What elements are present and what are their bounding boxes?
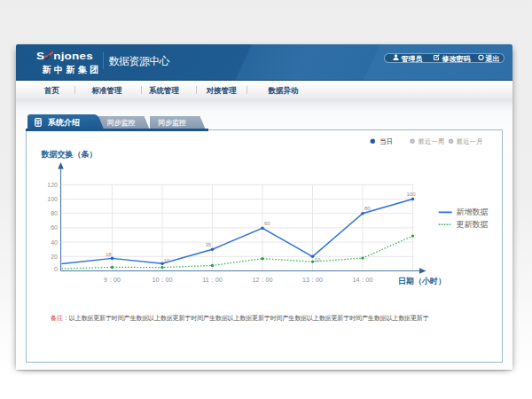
svg-text:100: 100 [406, 192, 416, 197]
svg-text:最近一周: 最近一周 [418, 137, 444, 145]
svg-text:11：00: 11：00 [202, 276, 223, 284]
svg-text:80: 80 [364, 206, 371, 211]
svg-text:14：00: 14：00 [352, 276, 372, 284]
svg-text:100: 100 [47, 196, 58, 202]
svg-text:最近一月: 最近一月 [456, 137, 482, 145]
svg-text:当日: 当日 [379, 137, 393, 145]
svg-text:10: 10 [314, 257, 320, 262]
svg-text:数据交换（条）: 数据交换（条） [40, 149, 97, 158]
svg-text:更新数据: 更新数据 [456, 220, 488, 229]
svg-text:0: 0 [54, 266, 58, 272]
svg-text:12：00: 12：00 [252, 276, 272, 284]
svg-text:80: 80 [51, 210, 58, 216]
svg-text:18: 18 [106, 251, 112, 256]
svg-text:10: 10 [163, 257, 169, 262]
svg-text:10：00: 10：00 [152, 276, 172, 284]
svg-text:40: 40 [51, 239, 58, 245]
svg-text:9：00: 9：00 [103, 276, 120, 284]
svg-text:120: 120 [47, 182, 58, 188]
svg-text:35: 35 [205, 242, 211, 247]
svg-text:60: 60 [51, 224, 58, 231]
svg-text:新增数据: 新增数据 [456, 207, 488, 216]
svg-text:60: 60 [264, 221, 270, 226]
svg-text:13：00: 13：00 [301, 276, 322, 284]
svg-text:20: 20 [51, 253, 58, 259]
svg-text:日期（小时）: 日期（小时） [398, 276, 446, 285]
